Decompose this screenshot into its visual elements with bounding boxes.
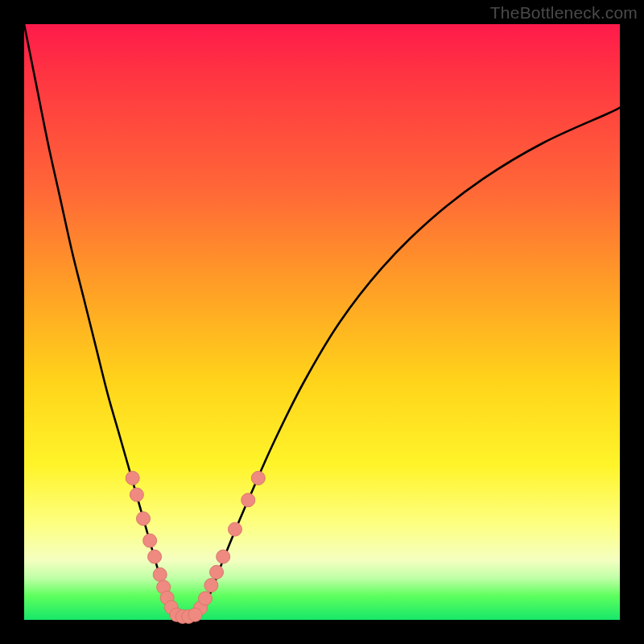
data-marker: [130, 488, 143, 502]
chart-stage: TheBottleneck.com: [0, 0, 644, 644]
curve-right-curve: [197, 108, 620, 617]
chart-svg: [24, 24, 620, 620]
data-marker: [217, 550, 230, 564]
marker-group: [126, 471, 265, 623]
data-marker: [204, 579, 218, 592]
data-marker: [210, 565, 224, 579]
data-marker: [242, 493, 255, 507]
data-marker: [126, 471, 139, 485]
data-marker: [153, 568, 167, 581]
data-marker: [143, 534, 157, 547]
data-marker: [198, 592, 212, 605]
watermark-text: TheBottleneck.com: [490, 3, 638, 23]
data-marker: [148, 550, 162, 564]
data-marker: [251, 471, 265, 485]
data-marker: [188, 608, 202, 621]
plot-area: [24, 24, 620, 620]
data-marker: [137, 512, 151, 526]
data-marker: [228, 522, 242, 536]
curve-left-curve: [24, 24, 176, 617]
curve-group: [24, 24, 620, 619]
